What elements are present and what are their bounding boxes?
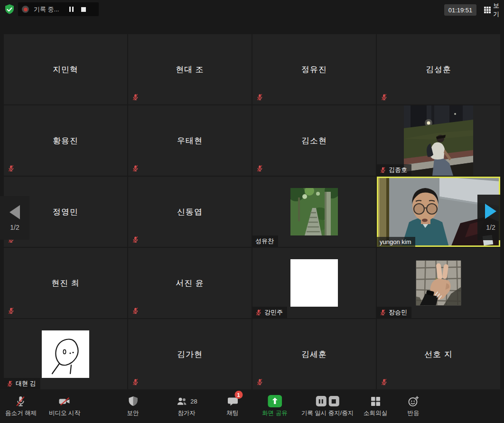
meeting-timer: 01:19:51 — [444, 4, 476, 16]
mic-muted-icon — [7, 380, 13, 387]
share-screen-button[interactable]: 화면 공유 — [262, 394, 287, 417]
security-button[interactable]: 보안 — [127, 394, 139, 417]
participant-name: 강민주 — [264, 308, 283, 317]
start-video-button-label: 비디오 시작 — [49, 409, 80, 417]
pause-recording-button[interactable] — [316, 396, 326, 406]
share-screen-icon — [268, 395, 282, 407]
participant-tile[interactable]: 김세훈 — [252, 319, 376, 389]
participant-name-label: yungon kim — [377, 237, 415, 247]
top-bar: 기록 중... 01:19:51 보기 — [0, 0, 504, 20]
video-off-icon — [58, 395, 71, 407]
mic-muted-icon — [8, 165, 15, 172]
participant-name: 김성훈 — [377, 34, 500, 104]
recording-status-text: 기록 중... — [34, 5, 59, 14]
participant-white-square-avatar — [290, 259, 338, 307]
mic-muted-icon — [8, 307, 15, 314]
participant-name: 우태현 — [128, 105, 252, 176]
mic-muted-icon — [132, 307, 139, 314]
participant-photo-hand-pavement — [416, 261, 461, 306]
mic-muted-icon — [15, 395, 27, 407]
participant-tile-photo[interactable]: 장승민 — [377, 248, 500, 318]
chat-unread-badge: 1 — [234, 391, 243, 399]
participant-tile[interactable]: 선호 지 — [377, 319, 500, 389]
participant-name: 황용진 — [4, 105, 127, 176]
participant-tile-video[interactable]: 김종호 — [377, 105, 500, 176]
breakout-rooms-button-label: 소회의실 — [364, 409, 387, 417]
view-button[interactable]: 보기 — [482, 4, 504, 16]
participant-tile[interactable]: 김성훈 — [377, 34, 500, 104]
recording-controls-label: 기록 일시 중지/중지 — [301, 409, 354, 417]
participants-button[interactable]: 28 참가자 — [176, 394, 197, 417]
stop-icon — [332, 399, 336, 404]
recording-indicator-panel: 기록 중... — [18, 2, 99, 16]
shield-icon — [128, 395, 138, 407]
mic-muted-icon — [381, 378, 388, 385]
participant-name: 지민혁 — [4, 34, 127, 104]
mic-muted-icon — [380, 167, 386, 173]
mic-muted-icon — [256, 94, 263, 101]
participant-name: 현진 최 — [4, 248, 127, 318]
mic-muted-icon — [256, 165, 263, 172]
participant-name: 장승민 — [389, 308, 407, 317]
recording-stop-button[interactable] — [81, 7, 86, 12]
zoom-meeting-window: 기록 중... 01:19:51 보기 지민혁 현대 조 정유진 김성훈 — [0, 0, 504, 423]
participant-tile[interactable]: 정유진 — [252, 34, 376, 104]
participant-name: 김종호 — [389, 166, 407, 174]
participant-name: 신동엽 — [128, 177, 252, 247]
reactions-button[interactable]: 반응 — [408, 394, 420, 417]
mic-muted-icon — [256, 378, 263, 385]
participant-tile[interactable]: 서진 윤 — [128, 248, 252, 318]
start-video-button[interactable]: 비디오 시작 — [49, 394, 80, 417]
page-indicator: 1/2 — [10, 224, 19, 231]
reactions-button-label: 반응 — [408, 409, 420, 417]
pause-icon — [319, 399, 323, 404]
participant-name: 서진 윤 — [128, 248, 252, 318]
participant-name: 정유진 — [252, 34, 376, 104]
participant-tile[interactable]: 김소현 — [252, 105, 376, 176]
participant-name: yungon kim — [380, 238, 411, 245]
participant-tile[interactable]: 현진 최 — [4, 248, 127, 318]
participants-icon — [176, 395, 188, 407]
participant-tile[interactable]: 김가현 — [128, 319, 252, 389]
participants-count: 28 — [190, 398, 197, 405]
recording-pause-button[interactable] — [69, 7, 74, 12]
security-encrypted-icon[interactable] — [4, 4, 15, 15]
chat-button-label: 채팅 — [227, 409, 239, 417]
participant-tile[interactable]: 신동엽 — [128, 177, 252, 247]
mic-muted-icon — [132, 94, 139, 101]
participant-tile[interactable]: 현대 조 — [128, 34, 252, 104]
breakout-rooms-button[interactable]: 소회의실 — [364, 394, 387, 417]
previous-page-button[interactable]: 1/2 — [0, 196, 29, 240]
security-button-label: 보안 — [127, 409, 139, 417]
mic-muted-icon — [132, 236, 139, 243]
participant-name: 성유찬 — [255, 237, 274, 245]
meeting-toolbar: 음소거 해제 비디오 시작 보안 — [0, 389, 504, 423]
chat-button[interactable]: 1 채팅 — [227, 394, 239, 417]
participant-name-label: 장승민 — [377, 307, 411, 318]
participant-photo-stone-path — [290, 188, 338, 235]
stop-recording-button[interactable] — [328, 396, 339, 406]
participant-name-label: 김종호 — [377, 164, 411, 176]
participant-name: 선호 지 — [377, 319, 500, 389]
mic-muted-icon — [255, 309, 262, 316]
participant-name-label: 강민주 — [252, 307, 287, 318]
participant-video-night-street — [404, 105, 473, 176]
next-page-button[interactable]: 1/2 — [477, 195, 504, 240]
breakout-rooms-icon — [371, 396, 381, 406]
mic-muted-icon — [380, 309, 386, 316]
reactions-smiley-icon — [408, 395, 420, 407]
participant-tile[interactable]: 우태현 — [128, 105, 252, 176]
participant-tile-avatar[interactable]: 대현 김 — [4, 319, 127, 389]
next-page-arrow-icon — [485, 204, 496, 219]
participant-tile-photo[interactable]: 성유찬 — [252, 177, 376, 247]
share-screen-button-label: 화면 공유 — [262, 409, 287, 417]
participant-tile[interactable]: 황용진 — [4, 105, 127, 176]
mic-muted-icon — [381, 94, 388, 101]
unmute-button[interactable]: 음소거 해제 — [5, 394, 37, 417]
participant-drawing-avatar — [42, 330, 89, 378]
participant-name: 김가현 — [128, 319, 252, 389]
recording-dot-icon — [22, 6, 29, 13]
participant-tile-avatar[interactable]: 강민주 — [252, 248, 376, 318]
participant-name: 현대 조 — [128, 34, 252, 104]
participant-tile[interactable]: 지민혁 — [4, 34, 127, 104]
